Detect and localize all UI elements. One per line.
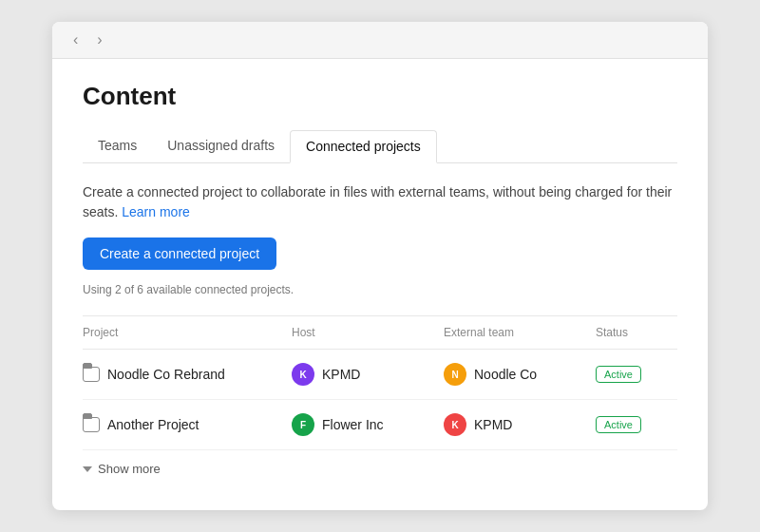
page-title: Content	[83, 82, 677, 111]
chevron-down-icon	[83, 466, 92, 472]
row1-host-name: KPMD	[322, 367, 360, 382]
row2-external-avatar: K	[444, 413, 466, 436]
folder-icon	[83, 417, 100, 432]
projects-table: Project Host External team Status Noodle…	[83, 315, 677, 487]
row2-project-name: Another Project	[107, 417, 200, 432]
row1-status-cell: Active	[596, 366, 672, 383]
col-header-status: Status	[596, 326, 672, 339]
learn-more-link[interactable]: Learn more	[122, 204, 190, 219]
col-header-host: Host	[292, 326, 444, 339]
row2-external-cell: K KPMD	[444, 413, 596, 436]
tab-unassigned-drafts[interactable]: Unassigned drafts	[152, 130, 290, 163]
table-header: Project Host External team Status	[83, 316, 677, 350]
col-header-external: External team	[444, 326, 596, 339]
show-more-label: Show more	[98, 462, 161, 476]
row1-project-name: Noodle Co Rebrand	[107, 367, 225, 382]
row2-status-badge: Active	[596, 416, 641, 433]
tab-bar: Teams Unassigned drafts Connected projec…	[83, 130, 677, 163]
row1-host-avatar: K	[292, 363, 314, 386]
forward-button[interactable]: ›	[91, 29, 107, 50]
row1-status-badge: Active	[596, 366, 641, 383]
folder-icon	[83, 367, 100, 382]
row1-external-name: Noodle Co	[474, 367, 537, 382]
row2-host-cell: F Flower Inc	[292, 413, 444, 436]
row2-host-avatar: F	[292, 413, 314, 436]
content-area: Content Teams Unassigned drafts Connecte…	[52, 59, 708, 510]
table-row: Noodle Co Rebrand K KPMD N Noodle Co Act…	[83, 350, 677, 400]
row2-host-name: Flower Inc	[322, 417, 384, 432]
usage-text: Using 2 of 6 available connected project…	[83, 283, 677, 296]
tab-connected-projects[interactable]: Connected projects	[290, 130, 437, 163]
col-header-project: Project	[83, 326, 292, 339]
tab-teams[interactable]: Teams	[83, 130, 152, 163]
nav-bar: ‹ ›	[52, 22, 708, 59]
row1-external-cell: N Noodle Co	[444, 363, 596, 386]
create-connected-project-button[interactable]: Create a connected project	[83, 238, 276, 270]
back-button[interactable]: ‹	[67, 29, 84, 50]
row1-host-cell: K KPMD	[292, 363, 444, 386]
main-window: ‹ › Content Teams Unassigned drafts Conn…	[52, 22, 708, 510]
table-row: Another Project F Flower Inc K KPMD Acti…	[83, 400, 677, 450]
description-text: Create a connected project to collaborat…	[83, 182, 677, 222]
row2-external-name: KPMD	[474, 417, 512, 432]
show-more-button[interactable]: Show more	[83, 450, 677, 487]
row2-project-cell: Another Project	[83, 417, 292, 432]
row1-external-avatar: N	[444, 363, 466, 386]
row1-project-cell: Noodle Co Rebrand	[83, 367, 292, 382]
row2-status-cell: Active	[596, 416, 672, 433]
